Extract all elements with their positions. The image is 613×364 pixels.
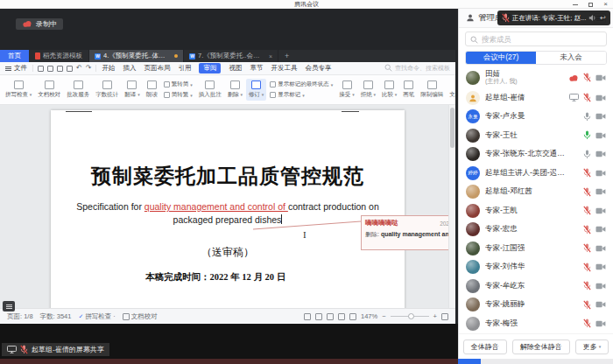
member-row[interactable]: 永曼专家-卢永曼 <box>459 108 613 127</box>
menu-开始[interactable]: 开始 <box>102 64 115 73</box>
member-row[interactable]: 田婧(主持人, 我) <box>459 66 613 88</box>
menu-开发工具[interactable]: 开发工具 <box>271 64 297 73</box>
ribbon-item[interactable]: 简转繁▾ <box>164 91 193 99</box>
member-camera-icon[interactable] <box>595 207 606 214</box>
export-icon[interactable] <box>47 66 53 72</box>
ribbon-item[interactable]: 显示标记的最终状态▾ <box>270 80 333 88</box>
ribbon-item[interactable]: 修订 ▾ <box>246 79 266 101</box>
reply-arrow-icon[interactable]: ↩ <box>600 14 606 22</box>
member-mic-icon[interactable] <box>583 281 591 290</box>
undo-icon[interactable]: ↶ <box>76 65 82 72</box>
ribbon-item[interactable]: 删除 ▾ <box>225 79 245 101</box>
member-camera-icon[interactable] <box>595 226 606 233</box>
web-layout-icon[interactable] <box>338 313 345 320</box>
member-mic-icon[interactable] <box>583 187 591 197</box>
member-mic-icon[interactable] <box>583 206 591 215</box>
tab-template[interactable]: 稻壳资源模板 <box>29 50 89 62</box>
close-button[interactable]: × <box>603 1 608 8</box>
member-mic-icon[interactable] <box>583 318 591 328</box>
new-tab-button[interactable]: + <box>278 50 295 62</box>
menu-视图[interactable]: 视图 <box>229 64 242 73</box>
member-mic-icon[interactable] <box>583 300 591 310</box>
ribbon-item[interactable]: 文档校对 <box>35 79 63 101</box>
menu-插入[interactable]: 插入 <box>123 64 136 73</box>
member-camera-icon[interactable] <box>595 245 606 252</box>
member-camera-icon[interactable] <box>595 170 606 177</box>
zoom-out-button[interactable]: − <box>382 312 385 320</box>
page-view-icon[interactable] <box>315 313 322 320</box>
ribbon-item[interactable]: 比较 ▾ <box>379 79 399 101</box>
restore-button[interactable] <box>588 3 593 7</box>
member-mic-icon[interactable] <box>583 130 591 140</box>
proofread-status[interactable]: 文档校对 <box>123 312 158 321</box>
zoom-slider[interactable] <box>391 316 429 317</box>
command-search[interactable]: 查找命令、搜索模板 <box>384 64 450 73</box>
preview-icon[interactable] <box>67 66 73 72</box>
member-search[interactable] <box>465 32 607 46</box>
unmute-all-button[interactable]: 解除全体静音 <box>512 340 570 354</box>
tab-document[interactable]: W 7.《预制菜委托..会议纪要(更新) × <box>184 50 278 62</box>
ribbon-item[interactable]: 朗读 <box>144 79 160 101</box>
member-search-input[interactable] <box>482 35 602 44</box>
menu-章节[interactable]: 章节 <box>250 64 263 73</box>
more-button[interactable]: 更多 ▾ <box>575 340 609 354</box>
member-row[interactable]: 起草组-崔倩 <box>459 88 613 108</box>
minimize-button[interactable] <box>573 4 578 5</box>
member-camera-icon[interactable] <box>595 113 606 120</box>
recording-badge[interactable]: 录制中 <box>16 18 63 30</box>
zoom-knob[interactable] <box>408 313 414 319</box>
ribbon-item[interactable]: 繁转简▾ <box>164 80 193 88</box>
member-mic-icon[interactable] <box>583 262 591 272</box>
ribbon-item[interactable]: 翻译 ▾ <box>122 79 142 101</box>
member-row[interactable]: 专家-张晓东-北京交通大学 <box>459 145 613 164</box>
member-mic-icon[interactable] <box>583 243 591 253</box>
member-row[interactable]: 专家-王牡 <box>459 126 613 145</box>
member-row[interactable]: 婷婷起草组主讲人-美团-迟婷婷 <box>459 164 613 183</box>
eye-protection-icon[interactable] <box>304 313 311 320</box>
member-row[interactable]: 专家-姚丽静 <box>459 296 613 315</box>
menu-页面布局[interactable]: 页面布局 <box>144 64 170 73</box>
ribbon-item[interactable]: 显示标记▾ <box>270 91 333 99</box>
navigation-pane-button[interactable] <box>3 301 15 312</box>
vertical-scrollbar[interactable] <box>448 105 455 308</box>
pen-mode-icon[interactable] <box>349 313 356 320</box>
member-row[interactable]: 专家-牟屹东 <box>459 276 613 296</box>
member-camera-icon[interactable] <box>595 283 606 290</box>
outline-view-icon[interactable] <box>327 313 334 320</box>
zoom-in-button[interactable]: + <box>433 312 437 320</box>
document-page[interactable]: 预制菜委托加工品质管控规范 Specification for quality … <box>51 110 405 308</box>
ribbon-item[interactable]: 限制编辑 <box>418 79 446 101</box>
file-menu[interactable]: 文件 <box>5 64 27 73</box>
redo-icon[interactable]: ↷ <box>86 65 92 72</box>
tab-in-meeting[interactable]: 会议中(27) <box>466 52 536 64</box>
member-row[interactable]: 专家-梅强 <box>459 314 613 333</box>
member-camera-icon[interactable] <box>595 94 606 102</box>
member-camera-icon[interactable] <box>595 263 606 270</box>
menu-会员专享[interactable]: 会员专享 <box>305 64 331 73</box>
ribbon-item[interactable]: 接受 ▾ <box>336 79 356 101</box>
fullscreen-icon[interactable] <box>441 313 448 320</box>
tab-not-joined[interactable]: 未入会 <box>536 52 606 64</box>
ribbon-item[interactable]: 文档权限 <box>447 79 455 101</box>
ribbon-item[interactable]: 画笔 <box>400 79 417 101</box>
taskbar[interactable] <box>0 359 613 364</box>
menu-审阅[interactable]: 审阅 <box>199 63 221 74</box>
member-row[interactable]: 专家-王凯 <box>459 201 613 220</box>
member-row[interactable]: 专家-江国强 <box>459 239 613 258</box>
member-mic-icon[interactable] <box>583 150 591 159</box>
member-row[interactable]: 专家-刘伟华 <box>459 258 613 277</box>
member-mic-icon[interactable] <box>583 93 591 102</box>
member-camera-icon[interactable] <box>595 188 606 195</box>
zoom-level[interactable]: 147% <box>361 312 377 320</box>
member-camera-icon[interactable] <box>595 132 606 139</box>
print-icon[interactable] <box>57 66 63 72</box>
member-row[interactable]: 起草组-邓红茜 <box>459 183 613 202</box>
mute-all-button[interactable]: 全体静音 <box>463 340 507 354</box>
member-camera-icon[interactable] <box>595 150 606 158</box>
member-mic-icon[interactable] <box>583 73 591 82</box>
member-camera-icon[interactable] <box>595 74 606 81</box>
ribbon-item[interactable]: 拒绝 ▾ <box>358 79 378 101</box>
member-mic-icon[interactable] <box>583 225 591 234</box>
tab-close-icon[interactable]: × <box>269 53 272 60</box>
ribbon-item[interactable]: 拼写检查 ▾ <box>3 79 34 101</box>
